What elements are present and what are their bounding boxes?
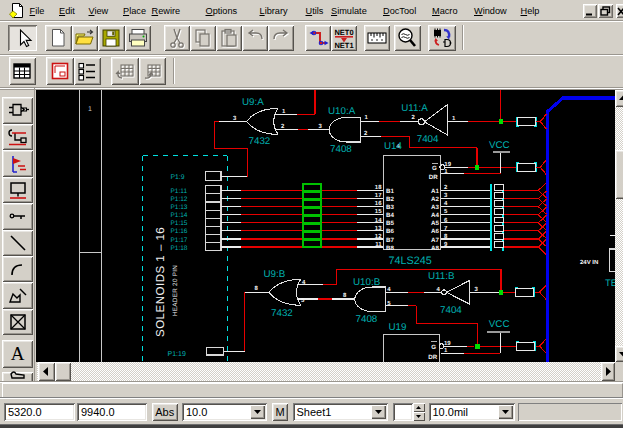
svg-text:U11:B: U11:B (428, 271, 455, 282)
svg-text:B3: B3 (386, 204, 394, 211)
svg-text:A2: A2 (431, 196, 439, 203)
svg-text:NET0: NET0 (334, 27, 353, 36)
svg-text:16: 16 (374, 200, 381, 207)
svg-text:5: 5 (301, 297, 305, 304)
svg-text:B1: B1 (386, 188, 394, 195)
svg-text:P1:14: P1:14 (170, 212, 187, 219)
svg-text:15: 15 (374, 208, 381, 215)
svg-text:TE: TE (605, 278, 616, 289)
svg-text:B5: B5 (386, 220, 394, 227)
svg-text:P1:18: P1:18 (170, 245, 187, 252)
svg-text:7408: 7408 (355, 314, 377, 325)
svg-text:G: G (432, 165, 437, 172)
svg-text:7432: 7432 (271, 308, 293, 319)
svg-text:DR: DR (428, 354, 437, 361)
svg-text:2: 2 (364, 130, 368, 137)
svg-text:3: 3 (233, 115, 237, 122)
svg-text:A6: A6 (431, 228, 439, 235)
svg-text:7432: 7432 (248, 136, 270, 147)
svg-text:8: 8 (254, 285, 258, 292)
svg-text:2: 2 (281, 123, 285, 130)
svg-text:U10:A: U10:A (328, 106, 356, 117)
svg-text:U9:A: U9:A (242, 97, 264, 108)
svg-text:1: 1 (364, 114, 368, 121)
svg-text:19: 19 (444, 340, 451, 347)
svg-text:P1:17: P1:17 (170, 237, 187, 244)
svg-text:B4: B4 (386, 212, 394, 219)
svg-text:1: 1 (282, 108, 286, 115)
svg-text:A4: A4 (431, 212, 439, 219)
svg-text:NET1: NET1 (334, 40, 353, 49)
svg-text:G: G (431, 344, 436, 351)
svg-text:3: 3 (318, 123, 322, 130)
svg-text:1: 1 (88, 106, 92, 113)
svg-text:P1:12: P1:12 (170, 196, 187, 203)
svg-text:A1: A1 (431, 188, 439, 195)
svg-text:U19: U19 (388, 322, 406, 333)
svg-text:74LS245: 74LS245 (388, 255, 431, 267)
svg-text:A3: A3 (431, 204, 439, 211)
svg-text:B6: B6 (386, 228, 394, 235)
svg-text:7404: 7404 (416, 134, 438, 145)
svg-text:P1:15: P1:15 (170, 220, 187, 227)
svg-text:SOLENOIDS 1 – 16: SOLENOIDS 1 – 16 (154, 227, 166, 337)
svg-text:B2: B2 (386, 196, 394, 203)
svg-text:U11:A: U11:A (401, 103, 428, 114)
svg-text:B7: B7 (386, 237, 394, 244)
svg-text:7408: 7408 (330, 144, 352, 155)
svg-text:A5: A5 (431, 220, 439, 227)
svg-text:17: 17 (374, 192, 381, 199)
svg-text:HEADER 20 PIN: HEADER 20 PIN (172, 265, 179, 316)
svg-text:P1:11: P1:11 (170, 188, 187, 195)
svg-text:B8: B8 (386, 245, 394, 252)
svg-text:VCC: VCC (488, 319, 509, 330)
svg-text:VCC: VCC (489, 140, 510, 151)
svg-text:A7: A7 (431, 237, 439, 244)
svg-text:12: 12 (374, 233, 381, 240)
svg-text:7404: 7404 (440, 305, 462, 316)
svg-text:8: 8 (343, 292, 347, 299)
svg-text:A8: A8 (431, 245, 439, 252)
svg-text:19: 19 (444, 161, 451, 168)
svg-text:1: 1 (452, 115, 456, 122)
svg-text:P1:13: P1:13 (170, 204, 187, 211)
svg-text:U9:B: U9:B (263, 269, 285, 280)
svg-text:13: 13 (374, 225, 381, 232)
svg-text:DR: DR (428, 174, 437, 181)
svg-text:P1:19: P1:19 (167, 351, 185, 358)
svg-text:U10:B: U10:B (353, 277, 381, 288)
svg-text:11: 11 (375, 241, 382, 248)
svg-text:P1:9: P1:9 (170, 174, 184, 181)
svg-text:18: 18 (374, 184, 381, 191)
svg-text:2: 2 (411, 114, 415, 121)
svg-text:24V IN: 24V IN (580, 259, 598, 266)
svg-text:P1:16: P1:16 (170, 228, 187, 235)
svg-text:U14: U14 (384, 141, 403, 152)
svg-text:14: 14 (374, 217, 381, 224)
